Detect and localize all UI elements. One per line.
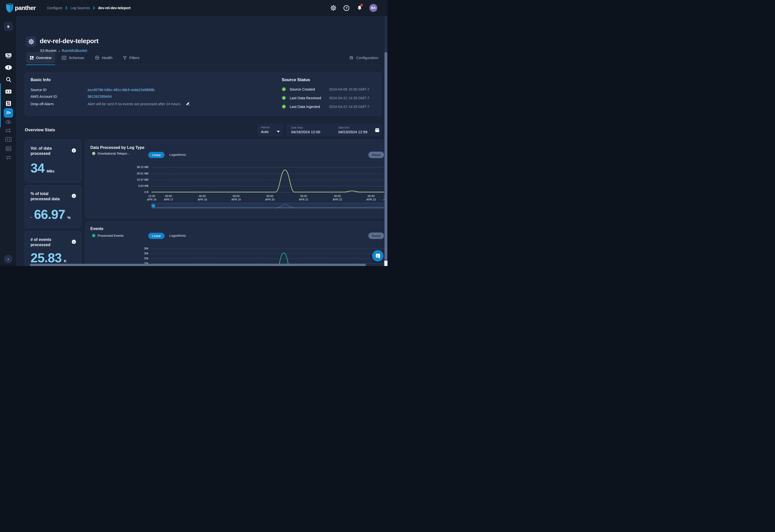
tabs-divider bbox=[26, 65, 381, 65]
stat-card-percent: % of total processed data i ~ 66.97 % bbox=[25, 185, 81, 228]
source-status-title: Source Status bbox=[282, 77, 310, 82]
date-start-label: Date Start bbox=[291, 126, 338, 129]
processed-events-line-series[interactable] bbox=[151, 247, 388, 266]
tables-icon bbox=[5, 146, 12, 151]
panther-logo[interactable]: panther bbox=[5, 0, 36, 16]
info-icon[interactable]: i bbox=[72, 148, 76, 153]
stat-card-volume: Vol. of data processed i 34 MBs bbox=[25, 140, 81, 182]
status-connector bbox=[284, 92, 284, 95]
configuration-button[interactable]: Configuration bbox=[349, 52, 378, 63]
settings-icon[interactable] bbox=[328, 3, 338, 13]
chart-range-navigator[interactable] bbox=[151, 203, 388, 208]
y-tick: 28.61 MB bbox=[133, 172, 148, 175]
source-type-icon bbox=[26, 36, 36, 47]
stat-unit: % bbox=[67, 215, 70, 220]
scrollbar-corner bbox=[384, 261, 388, 266]
legend-label[interactable]: Processed Events bbox=[98, 234, 124, 237]
lightning-icon bbox=[4, 22, 13, 31]
basic-info-title: Basic Info bbox=[31, 77, 51, 82]
status-label: Source Created bbox=[290, 87, 315, 91]
vertical-scrollbar-thumb[interactable] bbox=[384, 52, 387, 260]
sidebar-item-alerts[interactable] bbox=[0, 65, 17, 70]
reset-zoom-button[interactable]: Reset bbox=[368, 152, 384, 158]
y-tick: 25k bbox=[133, 252, 148, 255]
sidebar-item-data-transfer[interactable] bbox=[0, 155, 17, 160]
date-end-value: 04/23/2024 12:59 bbox=[338, 130, 372, 134]
horizontal-scrollbar-thumb[interactable] bbox=[30, 264, 366, 266]
tab-filters[interactable]: Filters bbox=[123, 52, 139, 63]
status-check-icon bbox=[282, 104, 286, 109]
chart-legend: Gravitational.Telepor... bbox=[92, 152, 130, 155]
sidebar-item-tables[interactable] bbox=[0, 146, 17, 151]
source-id-value[interactable]: ecc40796-04bc-481c-bfe3-ceda22e8898b bbox=[88, 88, 154, 92]
log-sources-icon bbox=[4, 108, 13, 118]
navigator-left-handle[interactable] bbox=[152, 204, 155, 207]
sidebar-item-search[interactable] bbox=[0, 76, 17, 83]
sidebar-item-monitoring[interactable] bbox=[0, 52, 17, 59]
x-tick: 00:00APR 23 bbox=[366, 195, 376, 201]
sidebar-item-query-builder[interactable] bbox=[0, 89, 17, 95]
sidebar-item-data-routing[interactable] bbox=[0, 128, 17, 134]
date-range-picker[interactable]: Date Start 04/16/2024 12:00 Date End 04/… bbox=[287, 124, 381, 136]
edit-pencil-icon[interactable] bbox=[186, 101, 190, 105]
tab-health[interactable]: Health bbox=[95, 52, 112, 63]
interval-select[interactable]: Interval Auto bbox=[258, 124, 283, 136]
notifications-icon[interactable] bbox=[354, 3, 364, 13]
x-tick: 00:00APR 18 bbox=[198, 195, 207, 201]
reset-zoom-button[interactable]: Reset bbox=[368, 233, 384, 239]
x-tick: 00:00APR 20 bbox=[265, 195, 274, 201]
linear-scale-button[interactable]: Linear bbox=[148, 233, 165, 239]
field-label: Source ID bbox=[31, 88, 46, 92]
data-transfer-icon bbox=[5, 155, 12, 160]
sidebar-item-quick-actions[interactable] bbox=[0, 22, 17, 31]
breadcrumb-configure[interactable]: Configure bbox=[47, 6, 62, 10]
notification-badge bbox=[360, 4, 363, 6]
sidebar-item-log-sources[interactable] bbox=[0, 108, 17, 118]
status-label: Last Data Ingested bbox=[290, 105, 320, 109]
breadcrumb: Configure Log Sources dev-rel-dev-telepo… bbox=[47, 0, 131, 16]
sidebar-item-cloud-security[interactable] bbox=[0, 119, 17, 125]
info-icon[interactable]: i bbox=[72, 194, 76, 198]
tab-schemas[interactable]: Schemas bbox=[62, 52, 84, 63]
info-icon[interactable]: i bbox=[72, 240, 76, 244]
dashboard-grid-icon bbox=[30, 56, 34, 60]
sidebar-item-schemas[interactable] bbox=[0, 137, 17, 142]
log-source-detail-page: panther Configure Log Sources dev-rel-de… bbox=[0, 0, 388, 266]
stat-card-events: # of events processed i 25.83 K bbox=[25, 231, 81, 266]
stat-card-title: Vol. of data processed bbox=[31, 146, 68, 156]
date-start-field[interactable]: Date Start 04/16/2024 12:00 bbox=[291, 126, 338, 134]
status-value: 2024-04-22 14:26 GMT-7 bbox=[329, 96, 369, 100]
aws-account-id-value[interactable]: 981262289404 bbox=[88, 95, 112, 99]
data-routing-icon bbox=[5, 128, 12, 134]
sidebar-item-detections[interactable] bbox=[0, 100, 17, 107]
x-tick: 00:00APR 17 bbox=[164, 195, 173, 201]
panther-logo-icon bbox=[5, 3, 14, 13]
calendar-icon[interactable] bbox=[375, 128, 379, 133]
stat-value: 34 bbox=[31, 162, 44, 174]
legend-label[interactable]: Gravitational.Telepor... bbox=[98, 152, 130, 155]
schema-code-icon bbox=[5, 137, 12, 142]
sidebar-collapse-button[interactable]: › bbox=[4, 255, 12, 263]
stat-card-title: # of events processed bbox=[31, 237, 68, 247]
breadcrumb-log-sources[interactable]: Log Sources bbox=[70, 6, 90, 10]
logarithmic-scale-button[interactable]: Logarithmic bbox=[168, 153, 187, 157]
linear-scale-button[interactable]: Linear bbox=[148, 152, 165, 158]
logarithmic-scale-button[interactable]: Logarithmic bbox=[168, 233, 187, 238]
y-tick: 0 B bbox=[133, 191, 148, 194]
chat-widget-button[interactable] bbox=[372, 250, 383, 262]
breadcrumb-current: dev-rel-dev-teleport bbox=[98, 6, 131, 10]
interval-value: Auto bbox=[261, 130, 268, 134]
data-processed-line-series[interactable] bbox=[151, 163, 388, 194]
x-tick: 12:00APR 16 bbox=[147, 195, 156, 201]
date-end-field[interactable]: Date End 04/23/2024 12:59 bbox=[338, 126, 372, 134]
tab-overview[interactable]: Overview bbox=[26, 52, 55, 63]
chart-title: Data Processed by Log Type bbox=[90, 145, 144, 150]
monitor-pulse-icon bbox=[5, 52, 12, 59]
avatar[interactable]: BA bbox=[369, 4, 377, 12]
x-tick: 00:00APR 19 bbox=[231, 195, 241, 201]
drop-off-alarm-value: Alert will be sent if no events are proc… bbox=[88, 102, 180, 106]
svg-text:?: ? bbox=[345, 6, 347, 10]
configuration-sliders-icon bbox=[349, 55, 354, 60]
search-icon bbox=[5, 76, 12, 83]
help-icon[interactable]: ? bbox=[341, 3, 351, 13]
